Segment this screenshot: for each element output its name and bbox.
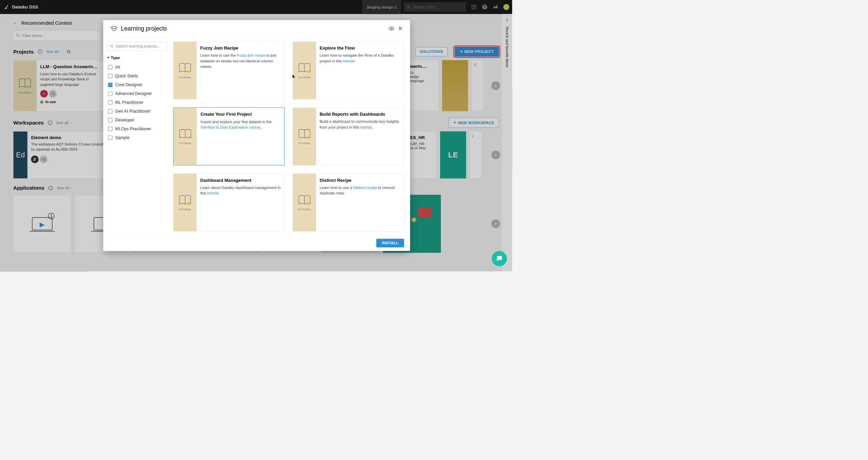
filter-ml-practitioner[interactable]: ML Practitioner bbox=[107, 98, 167, 107]
checkbox[interactable] bbox=[108, 127, 113, 131]
tutorial-thumb: TUTORIAL bbox=[293, 174, 316, 231]
install-button[interactable]: INSTALL bbox=[376, 239, 404, 247]
filter-core-designer[interactable]: Core Designer bbox=[107, 80, 167, 89]
book-icon bbox=[297, 62, 311, 74]
lp-title: Build Reports with Dashboards bbox=[320, 112, 400, 117]
checkbox[interactable] bbox=[108, 135, 113, 140]
lp-desc: Learn how to navigate the Flow of a Data… bbox=[320, 53, 400, 64]
checkbox[interactable] bbox=[108, 118, 113, 122]
tutorial-thumb: TUTORIAL bbox=[174, 174, 197, 231]
modal-title: Learning projects bbox=[121, 25, 167, 32]
filter-all[interactable]: All bbox=[107, 63, 167, 72]
lp-desc: Learn about Dataiku dashboard management… bbox=[200, 185, 281, 196]
checkbox[interactable] bbox=[108, 65, 113, 70]
lp-title: Create Your First Project bbox=[200, 112, 281, 117]
filter-label: Core Designer bbox=[115, 82, 142, 87]
tutorial-thumb: TUTORIAL bbox=[174, 108, 197, 165]
lp-desc: Learn how to use a Distinct recipe to re… bbox=[320, 185, 400, 196]
checkbox[interactable] bbox=[108, 74, 113, 78]
preview-icon[interactable] bbox=[389, 25, 395, 32]
learning-projects-modal: Learning projects Search learning projec… bbox=[103, 20, 410, 251]
lp-title: Explore the Flow bbox=[320, 46, 400, 51]
lp-link[interactable]: Distinct recipe bbox=[353, 186, 377, 190]
lp-title: Distinct Recipe bbox=[320, 178, 400, 183]
type-filter-header[interactable]: Type bbox=[107, 55, 167, 60]
search-icon bbox=[110, 44, 114, 48]
filter-label: Sample bbox=[115, 135, 130, 140]
filter-gen-ai-practitioner[interactable]: Gen AI Practitioner bbox=[107, 107, 167, 116]
svg-point-35 bbox=[188, 202, 190, 205]
learning-project-card[interactable]: TUTORIALDashboard ManagementLearn about … bbox=[173, 174, 285, 232]
lp-link[interactable]: tutorial bbox=[343, 59, 355, 63]
filter-mlops-practitioner[interactable]: MLOps Practitioner bbox=[107, 124, 167, 133]
learning-project-card[interactable]: TUTORIALExplore the FlowLearn how to nav… bbox=[293, 41, 404, 99]
svg-point-36 bbox=[307, 202, 310, 205]
learning-project-card[interactable]: TUTORIALCreate Your First ProjectImport … bbox=[173, 108, 285, 166]
book-icon bbox=[297, 128, 311, 140]
filter-sample[interactable]: Sample bbox=[107, 133, 167, 142]
filter-quick-starts[interactable]: Quick Starts bbox=[107, 72, 167, 80]
lp-desc: Learn how to use the Fuzzy join recipe t… bbox=[200, 53, 281, 70]
svg-point-30 bbox=[110, 45, 113, 47]
svg-point-32 bbox=[307, 70, 310, 73]
book-icon bbox=[297, 194, 311, 206]
learning-projects-grid: TUTORIALFuzzy Join RecipeLearn how to us… bbox=[171, 37, 410, 235]
learning-search-input[interactable]: Search learning projects... bbox=[107, 41, 167, 51]
filter-label: Developer bbox=[115, 118, 134, 122]
mouse-cursor bbox=[292, 74, 296, 79]
svg-point-31 bbox=[188, 70, 190, 73]
lp-link[interactable]: Interface & Data Exploration course bbox=[200, 125, 260, 129]
book-icon bbox=[178, 194, 192, 206]
checkbox[interactable] bbox=[108, 92, 113, 96]
chat-icon bbox=[495, 255, 503, 262]
lp-title: Fuzzy Join Recipe bbox=[200, 46, 281, 51]
lp-desc: Build a dashboard to communicate key ins… bbox=[320, 119, 400, 130]
chat-fab[interactable] bbox=[492, 251, 507, 266]
book-icon bbox=[178, 62, 192, 74]
lp-link[interactable]: tutorial bbox=[207, 191, 219, 195]
filter-label: Gen AI Practitioner bbox=[115, 109, 151, 114]
checkbox[interactable] bbox=[108, 109, 113, 114]
checkbox[interactable] bbox=[108, 100, 113, 105]
svg-point-34 bbox=[307, 136, 310, 139]
lp-title: Dashboard Management bbox=[200, 178, 281, 183]
lp-link[interactable]: Fuzzy join recipe bbox=[237, 54, 265, 58]
learning-project-card[interactable]: TUTORIALDistinct RecipeLearn how to use … bbox=[293, 174, 404, 232]
filter-label: All bbox=[115, 65, 120, 70]
learning-project-card[interactable]: TUTORIALBuild Reports with DashboardsBui… bbox=[293, 108, 404, 166]
filter-label: MLOps Practitioner bbox=[115, 127, 151, 131]
filter-advanced-designer[interactable]: Advanced Designer bbox=[107, 89, 167, 98]
tutorial-thumb: TUTORIAL bbox=[293, 108, 316, 165]
graduation-cap-icon bbox=[111, 25, 118, 32]
filter-developer[interactable]: Developer bbox=[107, 116, 167, 124]
lp-link[interactable]: tutorial bbox=[360, 125, 372, 129]
filter-label: Advanced Designer bbox=[115, 91, 152, 96]
svg-point-29 bbox=[391, 28, 392, 29]
close-icon[interactable] bbox=[398, 26, 403, 31]
modal-sidebar: Search learning projects... Type AllQuic… bbox=[103, 37, 171, 235]
tutorial-thumb: TUTORIAL bbox=[174, 42, 197, 99]
tutorial-thumb: TUTORIAL bbox=[293, 42, 316, 99]
book-icon bbox=[178, 128, 192, 140]
lp-desc: Import and explore your first dataset in… bbox=[200, 119, 281, 130]
checkbox[interactable] bbox=[108, 83, 113, 87]
learning-project-card[interactable]: TUTORIALFuzzy Join RecipeLearn how to us… bbox=[173, 41, 285, 99]
svg-point-33 bbox=[188, 136, 190, 139]
filter-label: Quick Starts bbox=[115, 74, 138, 78]
filter-label: ML Practitioner bbox=[115, 100, 143, 105]
